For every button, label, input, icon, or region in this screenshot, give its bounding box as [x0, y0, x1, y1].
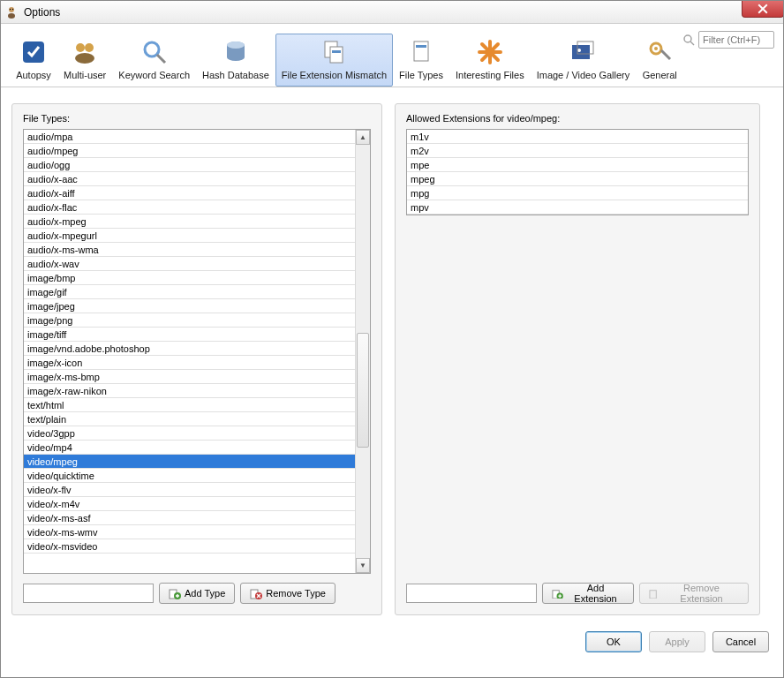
file-mismatch-icon — [320, 38, 348, 66]
star-icon — [476, 38, 504, 66]
file-type-row[interactable]: audio/x-aiff — [24, 186, 355, 200]
svg-point-11 — [227, 41, 245, 49]
svg-point-2 — [10, 8, 11, 9]
file-type-row[interactable]: text/html — [24, 398, 355, 412]
shield-check-icon — [19, 38, 48, 66]
users-icon — [71, 38, 99, 66]
new-extension-input[interactable] — [406, 584, 537, 603]
scrollbar[interactable]: ▲ ▼ — [355, 130, 370, 573]
close-button[interactable] — [742, 0, 784, 18]
ok-button[interactable]: OK — [585, 631, 642, 652]
new-type-input[interactable] — [23, 584, 154, 603]
extension-row[interactable]: m1v — [407, 130, 748, 144]
titlebar: Options — [1, 1, 783, 24]
toolbar-item-interesting-files[interactable]: Interesting Files — [449, 34, 531, 87]
file-type-row[interactable]: image/bmp — [24, 271, 355, 285]
add-type-button[interactable]: Add Type — [159, 583, 235, 604]
window-title: Options — [24, 6, 60, 19]
file-type-row[interactable]: video/x-ms-asf — [24, 511, 355, 525]
file-type-row[interactable]: image/gif — [24, 285, 355, 299]
file-type-row[interactable]: audio/x-wav — [24, 257, 355, 271]
file-type-row[interactable]: video/x-msvideo — [24, 539, 355, 554]
toolbar-item-general[interactable]: General — [636, 34, 683, 87]
add-icon — [552, 587, 563, 599]
svg-rect-15 — [414, 41, 428, 61]
file-type-row[interactable]: audio/mpeg — [24, 144, 355, 158]
file-type-row[interactable]: image/x-ms-bmp — [24, 370, 355, 384]
extension-row[interactable]: mpg — [407, 186, 748, 200]
file-type-row[interactable]: video/mp4 — [24, 441, 355, 455]
file-type-row[interactable]: video/3gpp — [24, 426, 355, 441]
app-icon — [4, 5, 19, 19]
filter-input[interactable] — [698, 31, 774, 49]
file-type-row[interactable]: image/x-icon — [24, 356, 355, 370]
extension-row[interactable]: mpe — [407, 158, 748, 172]
toolbar-item-autopsy[interactable]: Autopsy — [10, 34, 57, 87]
toolbar-item-file-extension-mismatch[interactable]: File Extension Mismatch — [275, 34, 393, 87]
extension-row[interactable]: mpv — [407, 200, 748, 215]
toolbar-item-keyword-search[interactable]: Keyword Search — [112, 34, 196, 87]
file-type-row[interactable]: audio/mpa — [24, 130, 355, 144]
file-type-row[interactable]: video/mpeg — [24, 455, 355, 469]
add-type-label: Add Type — [185, 588, 225, 599]
toolbar-label: Keyword Search — [118, 70, 190, 80]
svg-point-5 — [76, 43, 85, 52]
svg-point-6 — [85, 43, 94, 52]
remove-icon — [250, 587, 262, 599]
scroll-down-button[interactable]: ▼ — [356, 558, 370, 573]
file-type-row[interactable]: audio/x-flac — [24, 200, 355, 215]
svg-rect-17 — [572, 45, 590, 59]
file-types-list-wrap: audio/mpaaudio/mpegaudio/oggaudio/x-aaca… — [23, 129, 371, 574]
file-type-row[interactable]: image/x-raw-nikon — [24, 384, 355, 398]
add-extension-label: Add Extension — [567, 583, 624, 604]
toolbar-item-multi-user[interactable]: Multi-user — [57, 34, 112, 87]
toolbar-item-image-video-gallery[interactable]: Image / Video Gallery — [531, 34, 637, 87]
extension-row[interactable]: mpeg — [407, 172, 748, 186]
svg-point-3 — [12, 8, 13, 9]
toolbar: Autopsy Multi-user Keyword Search Hash D… — [1, 24, 783, 87]
file-type-row[interactable]: audio/x-aac — [24, 172, 355, 186]
toolbar-label: Multi-user — [64, 70, 106, 80]
file-type-row[interactable]: audio/x-mpegurl — [24, 229, 355, 243]
gallery-icon — [569, 38, 597, 66]
toolbar-item-hash-database[interactable]: Hash Database — [196, 34, 275, 87]
svg-rect-16 — [416, 45, 426, 48]
svg-line-23 — [690, 41, 694, 45]
file-type-row[interactable]: audio/x-mpeg — [24, 215, 355, 229]
svg-point-7 — [75, 53, 94, 64]
remove-type-button[interactable]: Remove Type — [240, 583, 335, 604]
remove-extension-button[interactable]: Remove Extension — [639, 583, 749, 604]
file-type-row[interactable]: audio/ogg — [24, 158, 355, 172]
toolbar-label: Image / Video Gallery — [537, 70, 630, 80]
cancel-button[interactable]: Cancel — [712, 631, 769, 652]
file-type-row[interactable]: video/x-m4v — [24, 497, 355, 511]
toolbar-label: File Types — [399, 70, 443, 80]
toolbar-item-file-types[interactable]: File Types — [393, 34, 449, 87]
svg-point-18 — [577, 49, 581, 52]
filter-search — [682, 31, 774, 49]
add-extension-button[interactable]: Add Extension — [542, 583, 634, 604]
svg-rect-13 — [330, 47, 343, 63]
gear-wrench-icon — [645, 38, 674, 66]
scroll-thumb[interactable] — [357, 333, 369, 448]
content: File Types: audio/mpaaudio/mpegaudio/ogg… — [1, 87, 783, 624]
extension-row[interactable]: m2v — [407, 144, 748, 158]
file-type-row[interactable]: image/vnd.adobe.photoshop — [24, 342, 355, 356]
file-types-list[interactable]: audio/mpaaudio/mpegaudio/oggaudio/x-aaca… — [24, 130, 355, 573]
search-icon — [682, 34, 695, 46]
remove-type-label: Remove Type — [266, 588, 326, 599]
svg-rect-14 — [332, 50, 341, 53]
file-type-row[interactable]: video/x-ms-wmv — [24, 525, 355, 539]
svg-point-1 — [8, 13, 15, 19]
file-type-row[interactable]: text/plain — [24, 412, 355, 426]
extensions-list[interactable]: m1vm2vmpempegmpgmpv — [406, 129, 749, 215]
file-type-row[interactable]: video/quicktime — [24, 469, 355, 483]
svg-rect-30 — [650, 590, 656, 598]
file-type-row[interactable]: image/jpeg — [24, 299, 355, 313]
file-type-row[interactable]: audio/x-ms-wma — [24, 243, 355, 257]
scroll-up-button[interactable]: ▲ — [356, 130, 370, 145]
file-type-row[interactable]: image/tiff — [24, 328, 355, 342]
file-type-row[interactable]: image/png — [24, 313, 355, 328]
apply-button[interactable]: Apply — [649, 631, 705, 652]
file-type-row[interactable]: video/x-flv — [24, 483, 355, 497]
